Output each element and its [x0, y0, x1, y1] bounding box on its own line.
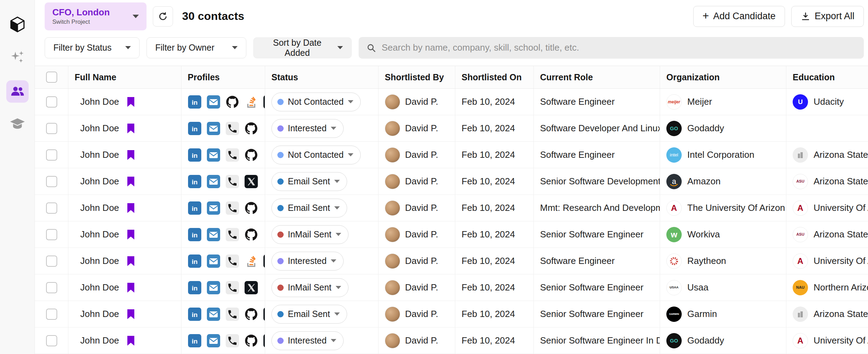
candidate-name: John Doe [80, 96, 119, 107]
chevron-down-icon [348, 100, 353, 103]
status-dropdown[interactable]: Email Sent [271, 305, 347, 324]
linkedin-icon[interactable]: in [188, 201, 202, 215]
bookmark-icon[interactable] [127, 124, 134, 133]
phone-icon[interactable] [225, 254, 239, 268]
bookmark-icon[interactable] [127, 177, 134, 186]
project-switcher[interactable]: CFO, London Switch Project [45, 2, 147, 30]
phone-icon[interactable] [225, 281, 239, 295]
stackoverflow-icon[interactable] [244, 254, 258, 268]
row-checkbox[interactable] [46, 123, 57, 134]
github-icon[interactable] [244, 228, 258, 242]
email-icon[interactable] [207, 201, 220, 215]
avatar [385, 227, 400, 242]
education-cell: ASUArizona State [786, 168, 868, 194]
email-icon[interactable] [207, 95, 220, 109]
github-icon[interactable] [225, 95, 239, 109]
export-all-button[interactable]: Export All [791, 6, 864, 27]
shortlisted-by-name: David P. [405, 256, 438, 266]
row-checkbox[interactable] [46, 335, 57, 346]
add-candidate-button[interactable]: + Add Candidate [693, 6, 785, 27]
row-checkbox[interactable] [46, 96, 57, 108]
table-header-row: Full NameProfilesStatusShortlisted BySho… [35, 66, 868, 89]
project-subtitle: Switch Project [52, 19, 110, 25]
github-icon[interactable] [244, 148, 258, 162]
organization-name: Meijer [687, 96, 712, 107]
phone-icon[interactable] [225, 148, 239, 162]
select-all-checkbox[interactable] [46, 72, 57, 83]
row-checkbox[interactable] [46, 176, 57, 187]
cube-logo-icon[interactable] [8, 15, 27, 34]
linkedin-icon[interactable]: in [188, 121, 202, 135]
phone-icon[interactable] [225, 175, 239, 189]
row-checkbox[interactable] [46, 256, 57, 267]
github-icon[interactable] [244, 121, 258, 135]
status-dropdown[interactable]: Interested [271, 119, 344, 138]
bookmark-icon[interactable] [127, 150, 134, 160]
stackoverflow-icon[interactable] [244, 95, 258, 109]
phone-icon[interactable] [225, 228, 239, 242]
status-dropdown[interactable]: InMail Sent [271, 278, 349, 297]
sort-by-dropdown[interactable]: Sort by Date Added [253, 37, 352, 58]
candidate-name: John Doe [80, 149, 119, 160]
bookmark-icon[interactable] [127, 230, 134, 239]
x-icon[interactable] [244, 175, 258, 189]
linkedin-icon[interactable]: in [188, 281, 202, 295]
filter-status-label: Filter by Status [53, 43, 112, 53]
linkedin-icon[interactable]: in [188, 228, 202, 242]
email-icon[interactable] [207, 307, 220, 321]
row-checkbox[interactable] [46, 229, 57, 240]
phone-icon[interactable] [225, 201, 239, 215]
status-dropdown[interactable]: Email Sent [271, 199, 347, 217]
status-dropdown[interactable]: Email Sent [271, 172, 347, 191]
bookmark-icon[interactable] [127, 283, 134, 293]
current-role: Senior Software Development I [540, 176, 660, 187]
phone-icon[interactable] [225, 121, 239, 135]
email-icon[interactable] [207, 334, 220, 348]
phone-icon[interactable] [225, 334, 239, 348]
sidebar-item-candidates[interactable] [6, 80, 29, 103]
linkedin-icon[interactable]: in [188, 175, 202, 189]
email-icon[interactable] [207, 254, 220, 268]
sidebar-item-education[interactable] [6, 112, 29, 135]
github-icon[interactable] [244, 334, 258, 348]
sidebar-item-ai[interactable] [6, 46, 29, 68]
row-checkbox[interactable] [46, 202, 57, 214]
bookmark-icon[interactable] [127, 203, 134, 213]
svg-text:in: in [192, 99, 198, 106]
contacts-count: 30 contacts [182, 10, 244, 23]
column-header-shortlisted-by: Shortlisted By [379, 66, 455, 88]
linkedin-icon[interactable]: in [188, 148, 202, 162]
refresh-button[interactable] [153, 6, 173, 27]
status-dropdown[interactable]: Not Contacted [271, 146, 361, 164]
linkedin-icon[interactable]: in [188, 254, 202, 268]
status-dropdown[interactable]: InMail Sent [271, 225, 349, 244]
linkedin-icon[interactable]: in [188, 307, 202, 321]
bookmark-icon[interactable] [127, 336, 134, 346]
bookmark-icon[interactable] [127, 309, 134, 319]
email-icon[interactable] [207, 281, 220, 295]
current-role: Senior Software Engineer [540, 229, 643, 240]
phone-icon[interactable] [225, 307, 239, 321]
filter-by-status-dropdown[interactable]: Filter by Status [45, 37, 140, 58]
linkedin-icon[interactable]: in [188, 334, 202, 348]
email-icon[interactable] [207, 228, 220, 242]
status-dropdown[interactable]: Interested [271, 252, 344, 271]
row-checkbox[interactable] [46, 149, 57, 161]
filter-by-owner-dropdown[interactable]: Filter by Owner [147, 37, 246, 58]
status-dropdown[interactable]: Not Contacted [271, 93, 361, 111]
svg-text:in: in [192, 285, 198, 292]
x-icon[interactable] [244, 281, 258, 295]
row-checkbox[interactable] [46, 282, 57, 293]
bookmark-icon[interactable] [127, 256, 134, 266]
organization-cell: meijerMeijer [660, 89, 786, 115]
bookmark-icon[interactable] [127, 97, 134, 107]
email-icon[interactable] [207, 175, 220, 189]
search-input[interactable] [382, 42, 856, 53]
github-icon[interactable] [244, 307, 258, 321]
email-icon[interactable] [207, 148, 220, 162]
github-icon[interactable] [244, 201, 258, 215]
linkedin-icon[interactable]: in [188, 95, 202, 109]
email-icon[interactable] [207, 121, 220, 135]
status-dropdown[interactable]: Interested [271, 331, 344, 350]
row-checkbox[interactable] [46, 309, 57, 320]
